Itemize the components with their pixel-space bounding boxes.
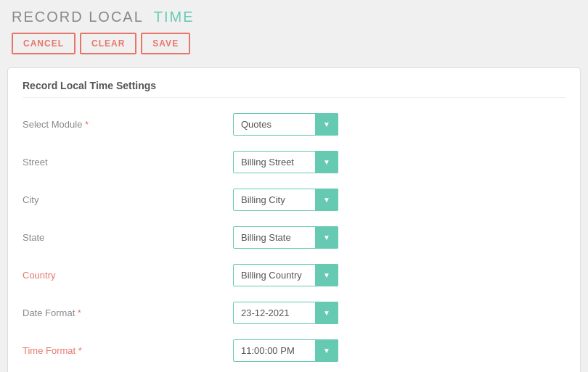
- settings-panel: Record Local Time Settings Select Module…: [7, 67, 581, 372]
- form-row-1: StreetBilling StreetShipping Street: [23, 147, 565, 176]
- field-label-1: Street: [23, 157, 233, 168]
- field-label-3: State: [23, 232, 233, 243]
- title-part1: RECORD LOCAL: [12, 9, 143, 25]
- select-wrapper-4: Billing CountryShipping Country: [233, 264, 338, 286]
- select-wrapper-2: Billing CityShipping City: [233, 189, 338, 211]
- form-container: Select ModuleQuotesAccountsContactsLeads…: [23, 109, 565, 365]
- select-1[interactable]: Billing StreetShipping Street: [233, 151, 338, 173]
- select-wrapper-1: Billing StreetShipping Street: [233, 151, 338, 173]
- select-5[interactable]: 23-12-202112-23-20212021-12-23: [233, 302, 338, 324]
- select-4[interactable]: Billing CountryShipping Country: [233, 264, 338, 286]
- title-part2: TIME: [154, 9, 195, 25]
- toolbar: CANCEL CLEAR SAVE: [12, 33, 576, 54]
- field-label-2: City: [23, 194, 233, 205]
- field-label-6: Time Format: [23, 345, 233, 356]
- select-3[interactable]: Billing StateShipping State: [233, 226, 338, 249]
- page-header: RECORD LOCAL TIME CANCEL CLEAR SAVE: [0, 0, 588, 67]
- select-wrapper-6: 11:00:00 PM11:00:00 AM23:00:00: [233, 339, 338, 362]
- clear-button[interactable]: CLEAR: [80, 33, 136, 54]
- select-wrapper-5: 23-12-202112-23-20212021-12-23: [233, 302, 338, 324]
- select-wrapper-0: QuotesAccountsContactsLeadsOpportunities: [233, 113, 338, 136]
- section-title: Record Local Time Settings: [23, 80, 565, 98]
- form-row-3: StateBilling StateShipping State: [23, 223, 565, 252]
- select-6[interactable]: 11:00:00 PM11:00:00 AM23:00:00: [233, 339, 338, 362]
- form-row-2: CityBilling CityShipping City: [23, 185, 565, 214]
- form-row-4: CountryBilling CountryShipping Country: [23, 260, 565, 289]
- page-title: RECORD LOCAL TIME: [12, 9, 576, 25]
- field-label-5: Date Format: [23, 307, 233, 318]
- form-row-0: Select ModuleQuotesAccountsContactsLeads…: [23, 109, 565, 139]
- select-0[interactable]: QuotesAccountsContactsLeadsOpportunities: [233, 113, 338, 136]
- save-button[interactable]: SAVE: [141, 33, 190, 54]
- field-label-4: Country: [23, 270, 233, 281]
- form-row-6: Time Format11:00:00 PM11:00:00 AM23:00:0…: [23, 336, 565, 365]
- form-row-5: Date Format23-12-202112-23-20212021-12-2…: [23, 298, 565, 327]
- cancel-button[interactable]: CANCEL: [12, 33, 75, 54]
- field-label-0: Select Module: [23, 119, 233, 130]
- select-2[interactable]: Billing CityShipping City: [233, 189, 338, 211]
- select-wrapper-3: Billing StateShipping State: [233, 226, 338, 249]
